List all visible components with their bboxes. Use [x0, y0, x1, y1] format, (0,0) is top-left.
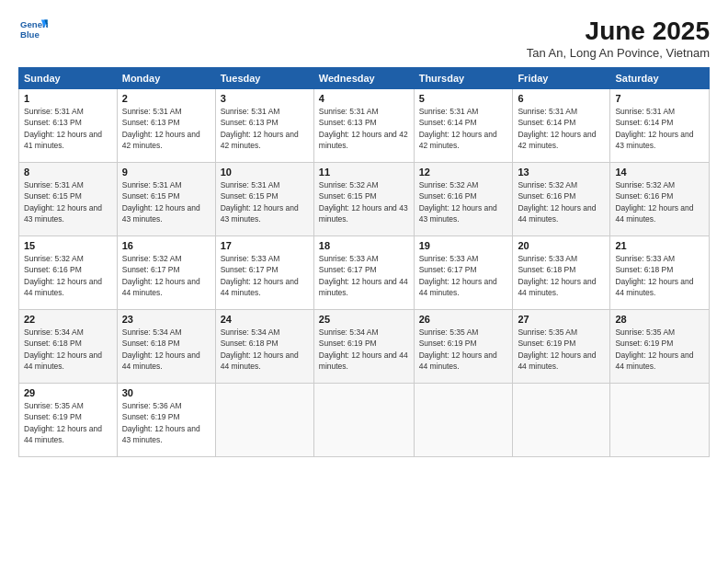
day-number: 7	[615, 93, 704, 104]
day-number: 15	[24, 240, 112, 251]
day-number: 19	[419, 240, 508, 251]
day-cell-18: 18Sunrise: 5:33 AMSunset: 6:17 PMDayligh…	[313, 236, 414, 310]
day-cell-29: 29Sunrise: 5:35 AMSunset: 6:19 PMDayligh…	[19, 384, 118, 457]
day-cell-28: 28Sunrise: 5:35 AMSunset: 6:19 PMDayligh…	[610, 310, 710, 384]
week-row-4: 22Sunrise: 5:34 AMSunset: 6:18 PMDayligh…	[19, 310, 710, 384]
day-info: Sunrise: 5:31 AMSunset: 6:13 PMDaylight:…	[24, 106, 112, 151]
calendar-header-row: SundayMondayTuesdayWednesdayThursdayFrid…	[19, 68, 710, 89]
day-cell-24: 24Sunrise: 5:34 AMSunset: 6:18 PMDayligh…	[215, 310, 313, 384]
day-info: Sunrise: 5:36 AMSunset: 6:19 PMDaylight:…	[122, 400, 210, 445]
day-cell-15: 15Sunrise: 5:32 AMSunset: 6:16 PMDayligh…	[19, 236, 118, 310]
day-info: Sunrise: 5:32 AMSunset: 6:16 PMDaylight:…	[615, 179, 704, 224]
location-subtitle: Tan An, Long An Povince, Vietnam	[527, 46, 710, 60]
day-number: 30	[122, 387, 210, 398]
day-number: 28	[615, 314, 704, 325]
day-cell-5: 5Sunrise: 5:31 AMSunset: 6:14 PMDaylight…	[414, 89, 513, 163]
day-cell-12: 12Sunrise: 5:32 AMSunset: 6:16 PMDayligh…	[414, 163, 513, 236]
col-header-thursday: Thursday	[414, 68, 513, 89]
day-info: Sunrise: 5:31 AMSunset: 6:15 PMDaylight:…	[24, 179, 112, 224]
day-cell-13: 13Sunrise: 5:32 AMSunset: 6:16 PMDayligh…	[513, 163, 610, 236]
col-header-monday: Monday	[117, 68, 215, 89]
day-info: Sunrise: 5:33 AMSunset: 6:17 PMDaylight:…	[319, 253, 409, 298]
day-number: 26	[419, 314, 508, 325]
day-info: Sunrise: 5:34 AMSunset: 6:19 PMDaylight:…	[319, 327, 409, 372]
title-area: June 2025 Tan An, Long An Povince, Vietn…	[527, 17, 710, 60]
col-header-tuesday: Tuesday	[215, 68, 313, 89]
day-number: 18	[319, 240, 409, 251]
day-number: 12	[419, 167, 508, 178]
day-info: Sunrise: 5:31 AMSunset: 6:15 PMDaylight:…	[122, 179, 210, 224]
day-cell-23: 23Sunrise: 5:34 AMSunset: 6:18 PMDayligh…	[117, 310, 215, 384]
day-number: 9	[122, 167, 210, 178]
day-info: Sunrise: 5:32 AMSunset: 6:16 PMDaylight:…	[419, 179, 508, 224]
day-info: Sunrise: 5:32 AMSunset: 6:16 PMDaylight:…	[518, 179, 605, 224]
day-number: 8	[24, 167, 112, 178]
day-number: 14	[615, 167, 704, 178]
col-header-saturday: Saturday	[610, 68, 710, 89]
day-info: Sunrise: 5:35 AMSunset: 6:19 PMDaylight:…	[24, 400, 112, 445]
header: General Blue June 2025 Tan An, Long An P…	[18, 17, 710, 60]
col-header-friday: Friday	[513, 68, 610, 89]
day-info: Sunrise: 5:34 AMSunset: 6:18 PMDaylight:…	[24, 327, 112, 372]
day-number: 13	[518, 167, 605, 178]
svg-text:Blue: Blue	[20, 29, 40, 40]
day-number: 27	[518, 314, 605, 325]
day-info: Sunrise: 5:31 AMSunset: 6:15 PMDaylight:…	[221, 179, 309, 224]
day-number: 22	[24, 314, 112, 325]
day-info: Sunrise: 5:32 AMSunset: 6:17 PMDaylight:…	[122, 253, 210, 298]
day-number: 5	[419, 93, 508, 104]
day-cell-30: 30Sunrise: 5:36 AMSunset: 6:19 PMDayligh…	[117, 384, 215, 457]
empty-cell	[313, 384, 414, 457]
col-header-sunday: Sunday	[19, 68, 118, 89]
day-number: 16	[122, 240, 210, 251]
day-number: 3	[221, 93, 309, 104]
day-number: 11	[319, 167, 409, 178]
day-cell-7: 7Sunrise: 5:31 AMSunset: 6:14 PMDaylight…	[610, 89, 710, 163]
month-title: June 2025	[527, 17, 710, 46]
day-info: Sunrise: 5:35 AMSunset: 6:19 PMDaylight:…	[518, 327, 605, 372]
day-info: Sunrise: 5:33 AMSunset: 6:18 PMDaylight:…	[615, 253, 704, 298]
day-cell-14: 14Sunrise: 5:32 AMSunset: 6:16 PMDayligh…	[610, 163, 710, 236]
day-info: Sunrise: 5:31 AMSunset: 6:14 PMDaylight:…	[615, 106, 704, 151]
day-cell-10: 10Sunrise: 5:31 AMSunset: 6:15 PMDayligh…	[215, 163, 313, 236]
day-number: 25	[319, 314, 409, 325]
day-cell-1: 1Sunrise: 5:31 AMSunset: 6:13 PMDaylight…	[19, 89, 118, 163]
day-info: Sunrise: 5:33 AMSunset: 6:17 PMDaylight:…	[419, 253, 508, 298]
empty-cell	[610, 384, 710, 457]
day-info: Sunrise: 5:32 AMSunset: 6:15 PMDaylight:…	[319, 179, 409, 224]
day-number: 6	[518, 93, 605, 104]
day-info: Sunrise: 5:33 AMSunset: 6:17 PMDaylight:…	[221, 253, 309, 298]
col-header-wednesday: Wednesday	[313, 68, 414, 89]
day-cell-8: 8Sunrise: 5:31 AMSunset: 6:15 PMDaylight…	[19, 163, 118, 236]
day-info: Sunrise: 5:33 AMSunset: 6:18 PMDaylight:…	[518, 253, 605, 298]
day-info: Sunrise: 5:31 AMSunset: 6:13 PMDaylight:…	[122, 106, 210, 151]
empty-cell	[414, 384, 513, 457]
day-info: Sunrise: 5:31 AMSunset: 6:14 PMDaylight:…	[419, 106, 508, 151]
day-cell-3: 3Sunrise: 5:31 AMSunset: 6:13 PMDaylight…	[215, 89, 313, 163]
day-number: 29	[24, 387, 112, 398]
day-cell-19: 19Sunrise: 5:33 AMSunset: 6:17 PMDayligh…	[414, 236, 513, 310]
day-number: 4	[319, 93, 409, 104]
day-cell-2: 2Sunrise: 5:31 AMSunset: 6:13 PMDaylight…	[117, 89, 215, 163]
day-cell-27: 27Sunrise: 5:35 AMSunset: 6:19 PMDayligh…	[513, 310, 610, 384]
day-cell-21: 21Sunrise: 5:33 AMSunset: 6:18 PMDayligh…	[610, 236, 710, 310]
logo: General Blue	[18, 17, 48, 42]
day-cell-26: 26Sunrise: 5:35 AMSunset: 6:19 PMDayligh…	[414, 310, 513, 384]
day-cell-20: 20Sunrise: 5:33 AMSunset: 6:18 PMDayligh…	[513, 236, 610, 310]
empty-cell	[513, 384, 610, 457]
day-number: 1	[24, 93, 112, 104]
day-number: 17	[221, 240, 309, 251]
day-cell-25: 25Sunrise: 5:34 AMSunset: 6:19 PMDayligh…	[313, 310, 414, 384]
day-info: Sunrise: 5:35 AMSunset: 6:19 PMDaylight:…	[419, 327, 508, 372]
day-cell-4: 4Sunrise: 5:31 AMSunset: 6:13 PMDaylight…	[313, 89, 414, 163]
day-info: Sunrise: 5:34 AMSunset: 6:18 PMDaylight:…	[122, 327, 210, 372]
day-info: Sunrise: 5:35 AMSunset: 6:19 PMDaylight:…	[615, 327, 704, 372]
day-cell-22: 22Sunrise: 5:34 AMSunset: 6:18 PMDayligh…	[19, 310, 118, 384]
week-row-5: 29Sunrise: 5:35 AMSunset: 6:19 PMDayligh…	[19, 384, 710, 457]
logo-icon: General Blue	[18, 17, 48, 42]
day-number: 10	[221, 167, 309, 178]
week-row-2: 8Sunrise: 5:31 AMSunset: 6:15 PMDaylight…	[19, 163, 710, 236]
day-number: 21	[615, 240, 704, 251]
day-cell-17: 17Sunrise: 5:33 AMSunset: 6:17 PMDayligh…	[215, 236, 313, 310]
page: General Blue June 2025 Tan An, Long An P…	[0, 0, 728, 563]
